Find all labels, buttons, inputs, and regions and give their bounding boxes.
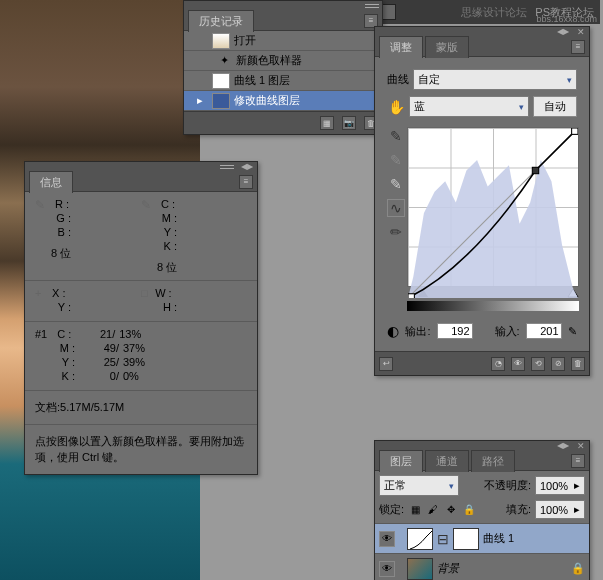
- eyedropper-black-icon[interactable]: ✎: [387, 127, 405, 145]
- tab-layers[interactable]: 图层: [379, 450, 423, 472]
- close-icon[interactable]: ✕: [577, 27, 585, 37]
- adjust-header: 调整 蒙版 ≡: [375, 37, 589, 57]
- gradient-slider[interactable]: [407, 301, 579, 311]
- snapshot-icon[interactable]: ▦: [320, 116, 334, 130]
- info-header: 信息 ≡: [25, 172, 257, 192]
- lock-icon: 🔒: [571, 562, 585, 575]
- tab-channels[interactable]: 通道: [425, 450, 469, 472]
- doc-size: 文档:5.17M/5.17M: [25, 391, 257, 425]
- info-panel: ◀▶ 信息 ≡ ✎R : G : B : 8 位 ✎C : M : Y : K …: [24, 161, 258, 475]
- hand-icon[interactable]: ✋: [387, 98, 405, 116]
- history-panel: 历史记录 ≡ 打开 ✦新颜色取样器 曲线 1 图层 ▸修改曲线图层 ▦ 📷 🗑: [183, 0, 383, 135]
- clip-icon[interactable]: ◐: [387, 323, 399, 339]
- reset-icon[interactable]: ⊘: [551, 357, 565, 371]
- menu-icon[interactable]: ≡: [571, 40, 585, 54]
- menu-icon[interactable]: ≡: [571, 454, 585, 468]
- channel-dropdown[interactable]: 蓝▾: [409, 96, 529, 117]
- lock-paint-icon[interactable]: 🖌: [426, 503, 440, 517]
- history-list: 打开 ✦新颜色取样器 曲线 1 图层 ▸修改曲线图层: [184, 31, 382, 111]
- close-icon[interactable]: ◀▶: [241, 162, 253, 172]
- layer-item[interactable]: 👁 ⊟ 曲线 1: [375, 524, 589, 554]
- layer-item[interactable]: 👁 背景 🔒: [375, 554, 589, 580]
- lock-move-icon[interactable]: ✥: [444, 503, 458, 517]
- history-tab[interactable]: 历史记录: [188, 10, 254, 32]
- mask-thumb[interactable]: [453, 528, 479, 550]
- eyedropper-white-icon[interactable]: ✎: [387, 175, 405, 193]
- prev-icon[interactable]: ⟲: [531, 357, 545, 371]
- history-item[interactable]: 曲线 1 图层: [184, 71, 382, 91]
- adjust-body: 曲线 自定▾ ✋ 蓝▾ 自动 ✎ ✎ ✎ ∿ ✏: [375, 57, 589, 351]
- history-footer: ▦ 📷 🗑: [184, 111, 382, 134]
- svg-rect-1: [408, 294, 414, 298]
- adjustments-panel: ◀▶✕ 调整 蒙版 ≡ 曲线 自定▾ ✋ 蓝▾ 自动 ✎ ✎ ✎ ∿ ✏: [374, 26, 590, 376]
- output-input[interactable]: [437, 323, 473, 339]
- info-hint: 点按图像以置入新颜色取样器。要用附加选项，使用 Ctrl 键。: [25, 425, 257, 474]
- curves-thumb[interactable]: [407, 528, 433, 550]
- svg-rect-2: [532, 167, 538, 173]
- fill-input[interactable]: 100%▸: [535, 500, 585, 519]
- return-icon[interactable]: ↩: [379, 357, 393, 371]
- eye-icon[interactable]: 👁: [511, 357, 525, 371]
- lock-label: 锁定:: [379, 502, 404, 517]
- visibility-icon[interactable]: 👁: [379, 531, 395, 547]
- visibility-icon[interactable]: 👁: [379, 561, 395, 577]
- pencil-icon[interactable]: ✎: [568, 325, 577, 338]
- tab-adjust[interactable]: 调整: [379, 36, 423, 58]
- adjust-footer: ↩ ◔ 👁 ⟲ ⊘ 🗑: [375, 351, 589, 375]
- history-item-selected[interactable]: ▸修改曲线图层: [184, 91, 382, 111]
- curve-draw-icon[interactable]: ✏: [387, 223, 405, 241]
- layer-list: 👁 ⊟ 曲线 1 👁 背景 🔒: [375, 524, 589, 580]
- lock-all-icon[interactable]: 🔒: [462, 503, 476, 517]
- input-label: 输入:: [495, 324, 520, 339]
- tab-mask[interactable]: 蒙版: [425, 36, 469, 58]
- layers-body: 正常▾ 不透明度: 100%▸ 锁定: ▦ 🖌 ✥ 🔒 填充: 100%▸ 👁 …: [375, 471, 589, 580]
- hist-label: 打开: [234, 33, 256, 48]
- output-label: 输出:: [405, 324, 430, 339]
- history-header: 历史记录 ≡: [184, 11, 382, 31]
- new-doc-icon[interactable]: 📷: [342, 116, 356, 130]
- preset-dropdown[interactable]: 自定▾: [413, 69, 577, 90]
- blend-mode-dropdown[interactable]: 正常▾: [379, 475, 459, 496]
- collapse-icon[interactable]: ◀▶: [557, 27, 569, 37]
- collapse-icon[interactable]: ◀▶: [557, 441, 569, 451]
- opacity-input[interactable]: 100%▸: [535, 476, 585, 495]
- link-icon[interactable]: ⊟: [437, 531, 449, 547]
- bg-thumb[interactable]: [407, 558, 433, 580]
- flyout-icon[interactable]: [365, 4, 379, 10]
- curve-graph[interactable]: [407, 127, 579, 287]
- hist-label: 曲线 1 图层: [234, 73, 290, 88]
- close-icon[interactable]: ✕: [577, 441, 585, 451]
- info-body: ✎R : G : B : 8 位 ✎C : M : Y : K : 8 位 +X…: [25, 192, 257, 474]
- input-input[interactable]: [526, 323, 562, 339]
- curve-tools: ✎ ✎ ✎ ∿ ✏: [385, 127, 407, 313]
- layer-name: 背景: [437, 561, 459, 576]
- auto-button[interactable]: 自动: [533, 96, 577, 117]
- hist-label: 新颜色取样器: [236, 53, 302, 68]
- trash-icon[interactable]: 🗑: [571, 357, 585, 371]
- lock-trans-icon[interactable]: ▦: [408, 503, 422, 517]
- info-tab[interactable]: 信息: [29, 171, 73, 193]
- eyedropper-gray-icon[interactable]: ✎: [387, 151, 405, 169]
- layer-name: 曲线 1: [483, 531, 514, 546]
- curve-point-icon[interactable]: ∿: [387, 199, 405, 217]
- layers-header: 图层 通道 路径 ≡: [375, 451, 589, 471]
- tab-paths[interactable]: 路径: [471, 450, 515, 472]
- opacity-label: 不透明度:: [484, 478, 531, 493]
- history-item[interactable]: ✦新颜色取样器: [184, 51, 382, 71]
- curves-label: 曲线: [387, 72, 409, 87]
- fill-label: 填充:: [506, 502, 531, 517]
- hist-label: 修改曲线图层: [234, 93, 300, 108]
- menu-icon[interactable]: ≡: [239, 175, 253, 189]
- svg-rect-3: [572, 128, 578, 134]
- clip-icon[interactable]: ◔: [491, 357, 505, 371]
- history-item[interactable]: 打开: [184, 31, 382, 51]
- flyout-icon[interactable]: [220, 165, 234, 171]
- forum-text: 思缘设计论坛: [461, 5, 527, 20]
- layers-panel: ◀▶✕ 图层 通道 路径 ≡ 正常▾ 不透明度: 100%▸ 锁定: ▦ 🖌 ✥…: [374, 440, 590, 580]
- watermark-2: bbs.16xx8.com: [536, 14, 597, 24]
